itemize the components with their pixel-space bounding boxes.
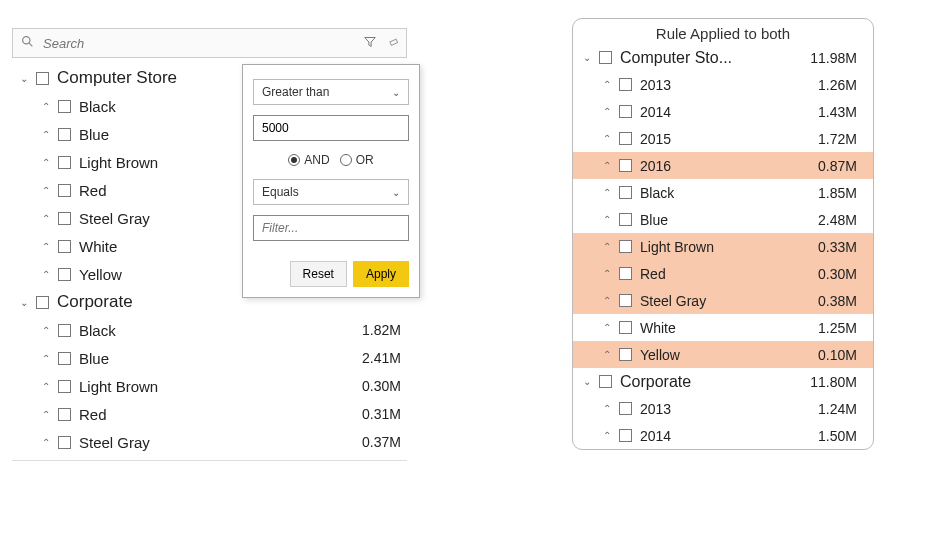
caret-up-icon[interactable]: ⌃ [42,129,54,140]
tree-item[interactable]: ⌃Blue2.41M [12,344,407,372]
tree-group-corporate[interactable]: ⌄ Corporate 11.80M [573,368,873,395]
caret-down-icon[interactable]: ⌄ [20,297,32,308]
apply-button[interactable]: Apply [353,261,409,287]
checkbox[interactable] [619,429,632,442]
checkbox[interactable] [58,128,71,141]
caret-up-icon[interactable]: ⌃ [603,214,615,225]
tree-item[interactable]: ⌃Light Brown0.33M [573,233,873,260]
checkbox[interactable] [58,240,71,253]
checkbox[interactable] [58,156,71,169]
tree-item[interactable]: ⌃20141.43M [573,98,873,125]
tree-item[interactable]: ⌃20160.87M [573,152,873,179]
caret-down-icon[interactable]: ⌄ [583,376,595,387]
tree-item[interactable]: ⌃Steel Gray0.37M [12,428,407,456]
tree-item[interactable]: ⌃Red0.31M [12,400,407,428]
tree-group-computer-store[interactable]: ⌄ Computer Sto... 11.98M [573,44,873,71]
svg-line-1 [29,43,32,46]
caret-up-icon[interactable]: ⌃ [603,403,615,414]
checkbox[interactable] [619,159,632,172]
caret-up-icon[interactable]: ⌃ [603,268,615,279]
checkbox[interactable] [58,380,71,393]
tree-item[interactable]: ⌃20151.72M [573,125,873,152]
caret-up-icon[interactable]: ⌃ [42,241,54,252]
group-value: 11.98M [793,50,857,66]
checkbox[interactable] [58,184,71,197]
checkbox[interactable] [619,321,632,334]
radio-dot-icon [288,154,300,166]
filter-icon[interactable] [358,36,382,51]
checkbox[interactable] [58,436,71,449]
caret-up-icon[interactable]: ⌃ [42,213,54,224]
caret-down-icon[interactable]: ⌄ [20,73,32,84]
value-2-input[interactable] [253,215,409,241]
caret-up-icon[interactable]: ⌃ [42,437,54,448]
tree-item[interactable]: ⌃20141.50M [573,422,873,449]
operator-1-select[interactable]: Greater than ⌄ [253,79,409,105]
tree-item[interactable]: ⌃20131.26M [573,71,873,98]
and-radio[interactable]: AND [288,153,329,167]
operator-2-select[interactable]: Equals ⌄ [253,179,409,205]
caret-up-icon[interactable]: ⌃ [603,106,615,117]
checkbox[interactable] [619,105,632,118]
caret-up-icon[interactable]: ⌃ [42,381,54,392]
group-label: Computer Sto... [620,49,793,67]
caret-up-icon[interactable]: ⌃ [603,133,615,144]
checkbox[interactable] [619,294,632,307]
tree-item[interactable]: ⌃White1.25M [573,314,873,341]
reset-button[interactable]: Reset [290,261,347,287]
checkbox[interactable] [599,375,612,388]
checkbox[interactable] [36,72,49,85]
search-input[interactable] [41,35,358,52]
checkbox[interactable] [619,78,632,91]
checkbox[interactable] [36,296,49,309]
checkbox[interactable] [58,324,71,337]
svg-marker-2 [365,37,376,46]
tree-item[interactable]: ⌃Steel Gray0.38M [573,287,873,314]
caret-up-icon[interactable]: ⌃ [42,185,54,196]
caret-up-icon[interactable]: ⌃ [42,353,54,364]
caret-up-icon[interactable]: ⌃ [603,241,615,252]
caret-up-icon[interactable]: ⌃ [603,160,615,171]
checkbox[interactable] [58,408,71,421]
tree-item[interactable]: ⌃Black1.82M [12,316,407,344]
checkbox[interactable] [619,240,632,253]
checkbox[interactable] [619,402,632,415]
value-1-input[interactable] [253,115,409,141]
caret-up-icon[interactable]: ⌃ [603,187,615,198]
tree-item[interactable]: ⌃Light Brown0.30M [12,372,407,400]
caret-up-icon[interactable]: ⌃ [42,325,54,336]
item-value: 1.82M [331,322,401,338]
tree-item[interactable]: ⌃Red0.30M [573,260,873,287]
checkbox[interactable] [619,213,632,226]
search-bar[interactable] [12,28,407,58]
caret-up-icon[interactable]: ⌃ [603,322,615,333]
item-label: 2016 [640,158,793,174]
checkbox[interactable] [619,267,632,280]
caret-up-icon[interactable]: ⌃ [42,409,54,420]
caret-up-icon[interactable]: ⌃ [603,430,615,441]
eraser-icon[interactable] [382,36,406,51]
or-radio[interactable]: OR [340,153,374,167]
checkbox[interactable] [58,212,71,225]
checkbox[interactable] [58,268,71,281]
tree-item[interactable]: ⌃Blue2.48M [573,206,873,233]
checkbox[interactable] [58,352,71,365]
caret-up-icon[interactable]: ⌃ [42,101,54,112]
caret-up-icon[interactable]: ⌃ [42,269,54,280]
svg-point-0 [22,37,29,44]
caret-up-icon[interactable]: ⌃ [42,157,54,168]
caret-up-icon[interactable]: ⌃ [603,295,615,306]
checkbox[interactable] [599,51,612,64]
caret-up-icon[interactable]: ⌃ [603,79,615,90]
tree-item[interactable]: ⌃Black1.85M [573,179,873,206]
checkbox[interactable] [619,348,632,361]
caret-up-icon[interactable]: ⌃ [603,349,615,360]
checkbox[interactable] [619,132,632,145]
tree-item[interactable]: ⌃Yellow0.10M [573,341,873,368]
tree-item[interactable]: ⌃20131.24M [573,395,873,422]
item-value: 2.48M [793,212,857,228]
checkbox[interactable] [58,100,71,113]
logic-radio-group: AND OR [253,153,409,167]
checkbox[interactable] [619,186,632,199]
caret-down-icon[interactable]: ⌄ [583,52,595,63]
